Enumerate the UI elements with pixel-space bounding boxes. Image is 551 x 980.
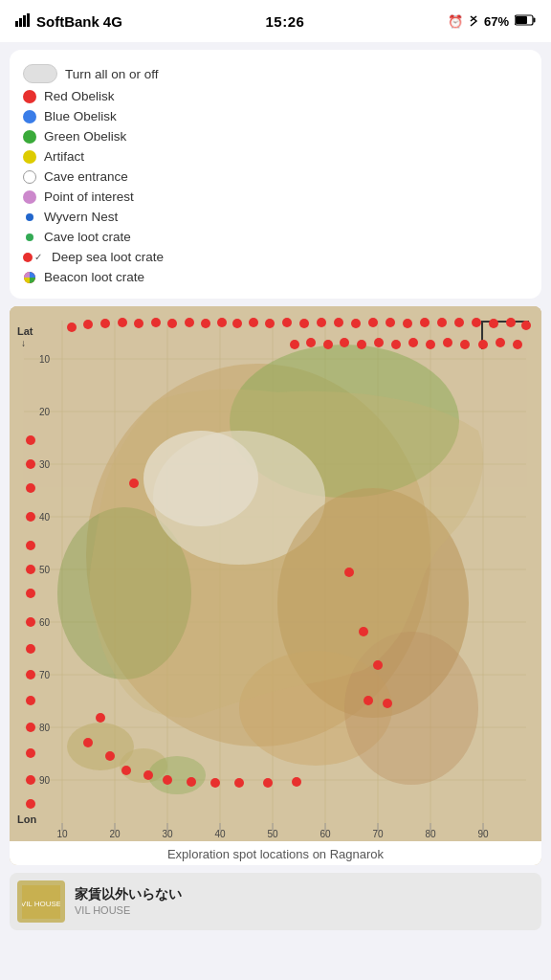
- ad-content: VIL HOUSE 家賃以外いらない VIL HOUSE: [10, 873, 541, 930]
- svg-point-76: [317, 318, 326, 327]
- legend-item-wyvern-nest[interactable]: Wyvern Nest: [23, 207, 528, 227]
- artifact-dot: [23, 150, 36, 164]
- cave-loot-crate-dot: [23, 231, 36, 244]
- svg-point-82: [420, 318, 430, 327]
- svg-point-83: [437, 318, 447, 327]
- svg-point-119: [344, 568, 354, 577]
- svg-point-125: [83, 738, 93, 747]
- ad-image: VIL HOUSE: [17, 880, 65, 923]
- legend-item-blue-obelisk[interactable]: Blue Obelisk: [23, 106, 528, 126]
- svg-point-89: [290, 340, 299, 349]
- svg-rect-2: [23, 15, 26, 27]
- svg-point-78: [351, 319, 361, 328]
- legend-item-point-of-interest[interactable]: Point of interest: [23, 187, 528, 207]
- legend-item-cave-loot-crate[interactable]: Cave loot crate: [23, 227, 528, 247]
- svg-point-95: [391, 340, 401, 349]
- svg-point-62: [83, 320, 93, 329]
- svg-point-106: [26, 512, 35, 522]
- legend-item-green-obelisk[interactable]: Green Obelisk: [23, 126, 528, 146]
- svg-point-108: [26, 565, 35, 574]
- signal-icon: [15, 13, 33, 30]
- legend-item-beacon-loot-crate[interactable]: Beacon loot crate: [23, 267, 528, 287]
- svg-point-69: [201, 319, 210, 328]
- time-display: 15:26: [265, 13, 304, 30]
- svg-rect-5: [533, 17, 535, 22]
- legend-item-cave-entrance[interactable]: Cave entrance: [23, 167, 528, 187]
- legend-item-artifact[interactable]: Artifact: [23, 146, 528, 167]
- legend-item-deep-sea-loot-crate[interactable]: ✓ Deep sea loot crate: [23, 247, 528, 267]
- map-svg: Lat ↓ 10 20 30 40 50 60 70 80 90 Lon 10 …: [10, 306, 541, 838]
- svg-point-127: [121, 766, 131, 775]
- beacon-loot-crate-dot: [23, 271, 36, 284]
- svg-point-71: [232, 319, 242, 328]
- svg-point-134: [292, 777, 301, 787]
- svg-point-65: [134, 319, 143, 328]
- point-of-interest-dot: [23, 190, 36, 204]
- map-wrapper[interactable]: Lat ↓ 10 20 30 40 50 60 70 80 90 Lon 10 …: [10, 306, 541, 841]
- svg-point-80: [386, 318, 395, 327]
- svg-point-36: [148, 756, 206, 794]
- svg-point-116: [26, 775, 35, 785]
- svg-point-87: [506, 318, 516, 327]
- svg-point-104: [26, 459, 35, 469]
- svg-point-118: [129, 479, 139, 488]
- legend-label-green-obelisk: Green Obelisk: [44, 129, 126, 144]
- svg-point-67: [167, 319, 177, 328]
- legend-item-red-obelisk[interactable]: Red Obelisk: [23, 86, 528, 106]
- legend-item-toggle[interactable]: Turn all on or off: [23, 61, 528, 86]
- svg-rect-60: [481, 321, 529, 323]
- svg-point-133: [263, 778, 273, 788]
- svg-rect-1: [19, 18, 22, 27]
- toggle-switch[interactable]: [23, 64, 57, 83]
- svg-point-73: [265, 319, 275, 328]
- svg-point-111: [26, 644, 35, 654]
- map-container: Lat ↓ 10 20 30 40 50 60 70 80 90 Lon 10 …: [10, 306, 541, 865]
- svg-point-126: [105, 751, 115, 761]
- svg-text:90: 90: [39, 775, 51, 786]
- legend-label-blue-obelisk: Blue Obelisk: [44, 109, 117, 123]
- legend-label-wyvern-nest: Wyvern Nest: [44, 210, 118, 224]
- svg-text:40: 40: [39, 512, 51, 523]
- svg-point-64: [118, 318, 127, 327]
- svg-point-100: [478, 340, 488, 349]
- svg-point-110: [26, 617, 35, 627]
- svg-point-99: [460, 340, 470, 349]
- svg-point-61: [67, 323, 77, 332]
- svg-point-124: [96, 713, 105, 723]
- svg-point-107: [26, 541, 35, 550]
- ad-text-content: 家賃以外いらない VIL HOUSE: [75, 885, 182, 919]
- svg-point-130: [187, 777, 196, 787]
- svg-point-88: [521, 321, 531, 330]
- legend-label-cave-loot-crate: Cave loot crate: [44, 230, 131, 244]
- carrier-label: SoftBank: [36, 13, 99, 30]
- blue-obelisk-dot: [23, 110, 36, 123]
- svg-text:Lat: Lat: [17, 325, 33, 337]
- svg-point-81: [403, 319, 412, 328]
- network-label: 4G: [103, 13, 122, 30]
- svg-text:80: 80: [39, 723, 51, 733]
- ad-sub-text: VIL HOUSE: [75, 903, 182, 918]
- svg-point-90: [306, 338, 316, 347]
- deep-sea-loot-crate-icon: ✓: [23, 251, 44, 264]
- svg-text:70: 70: [39, 670, 51, 680]
- green-obelisk-dot: [23, 130, 36, 144]
- svg-point-128: [143, 770, 153, 780]
- svg-point-93: [357, 340, 366, 349]
- svg-point-77: [334, 318, 343, 327]
- status-icons: ⏰ 67%: [448, 13, 536, 30]
- legend-label-cave-entrance: Cave entrance: [44, 169, 128, 184]
- svg-point-63: [100, 319, 110, 328]
- svg-rect-3: [27, 13, 30, 27]
- svg-text:60: 60: [39, 617, 51, 628]
- svg-text:50: 50: [39, 565, 51, 575]
- svg-point-122: [383, 699, 392, 708]
- svg-point-66: [151, 318, 161, 327]
- svg-point-114: [26, 723, 35, 732]
- svg-text:20: 20: [39, 407, 51, 417]
- red-obelisk-dot: [23, 90, 36, 103]
- svg-point-86: [489, 319, 498, 328]
- svg-point-94: [374, 338, 384, 347]
- map-caption: Exploration spot locations on Ragnarok: [10, 841, 541, 865]
- carrier-info: SoftBank 4G: [15, 13, 122, 30]
- ad-banner[interactable]: VIL HOUSE 家賃以外いらない VIL HOUSE: [10, 873, 541, 930]
